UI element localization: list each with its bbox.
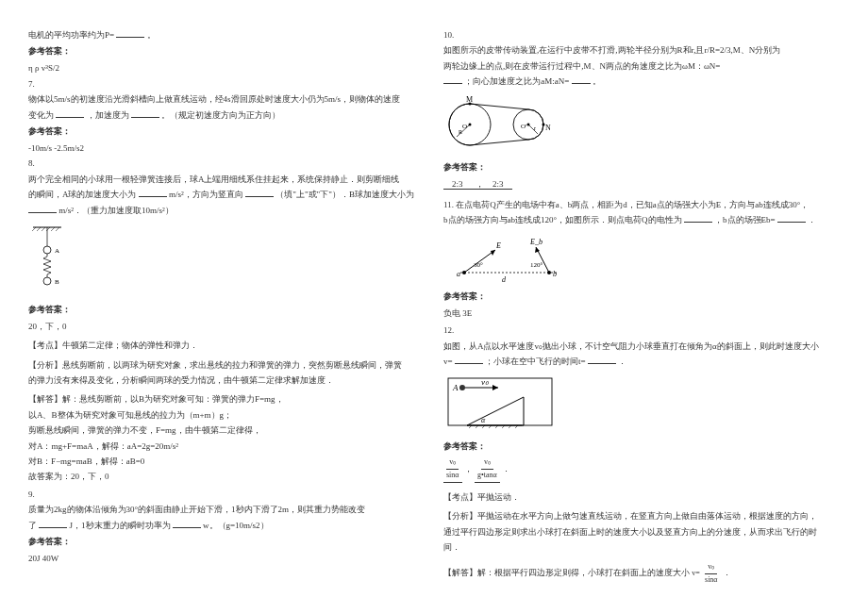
a8-fenxi1: 【分析】悬线剪断前，以两球为研究对象，求出悬线的拉力和弹簧的弹力，突然剪断悬线瞬…	[28, 358, 425, 372]
q12-num: 12.	[443, 324, 840, 337]
f12-2: 通过平行四边形定则求出小球打在斜面上时的速度大小以及竖直方向上的分速度，从而求出…	[443, 525, 840, 539]
q8-t2b: m/s²，方向为竖直向	[169, 190, 243, 199]
q9-num: 9.	[28, 488, 425, 501]
q11-t2c: ．	[808, 215, 816, 224]
svg-text:B: B	[55, 278, 59, 286]
blank	[56, 108, 84, 118]
svg-point-8	[43, 246, 51, 254]
answer-label: 参考答案：	[28, 125, 425, 138]
frac-num: v₀	[705, 561, 717, 574]
answer-label: 参考答案：	[28, 304, 425, 316]
a8: 20，下，0	[28, 320, 425, 333]
s12-t1: 【解答】解：根据平行四边形定则得，小球打在斜面上的速度大小	[443, 569, 690, 578]
answer-label: 参考答案：	[443, 290, 840, 303]
a10: 2:3 ， 2:3	[443, 177, 840, 191]
q9-line2: 了 J，1秒末重力的瞬时功率为 w。（g=10m/s2）	[28, 519, 425, 532]
svg-line-2	[37, 227, 41, 231]
blank	[455, 355, 483, 364]
answer-label: 参考答案：	[28, 45, 425, 58]
frac-den: sinα	[702, 574, 721, 587]
svg-text:N: N	[545, 124, 551, 132]
blank	[245, 188, 274, 197]
q10-line3: ；向心加速度之比为aM:aN= 。	[443, 75, 840, 88]
svg-point-24	[469, 102, 472, 105]
q9-t2c: w。（g=10m/s2）	[203, 521, 269, 530]
blank	[684, 213, 712, 223]
blank	[116, 28, 144, 38]
svg-text:a: a	[457, 270, 460, 278]
q12-t2b: ；小球在空中飞行的时间t=	[485, 357, 586, 366]
q7-t4: 。（规定初速度方向为正方向）	[161, 110, 280, 120]
blank	[588, 355, 616, 364]
a7: -10m/s -2.5m/s2	[28, 141, 425, 155]
k12: 【考点】平抛运动．	[443, 490, 840, 504]
svg-line-5	[51, 227, 55, 231]
a12-frac2: v₀ g•tanα	[475, 456, 500, 483]
frac-num: v₀	[446, 456, 459, 470]
blank	[39, 519, 67, 528]
a8-fenxi2: 的弹力没有来得及变化，分析瞬间两球的受力情况，由牛顿第二定律求解加速度．	[28, 373, 425, 387]
q8-num: 8.	[28, 157, 425, 170]
blank	[777, 213, 806, 223]
svg-text:α: α	[481, 416, 486, 424]
f12-1: 【分析】平抛运动在水平方向上做匀速直线运动，在竖直方向上做自由落体运动，根据速度…	[443, 509, 840, 523]
q9-t2: 了	[28, 521, 37, 530]
q11-figure: a b d E 30° E_b 120°	[443, 233, 840, 285]
a11: 负电 3E	[443, 307, 840, 320]
blank	[572, 75, 591, 84]
a12-sep: ，	[464, 464, 473, 473]
a8-kaodian: 【考点】牛顿第二定律；物体的弹性和弹力．	[28, 339, 425, 352]
svg-text:E: E	[495, 241, 501, 250]
a12-end: ．	[502, 464, 510, 473]
svg-marker-37	[535, 247, 540, 253]
blank	[28, 204, 57, 213]
q12-figure: A v₀ α	[443, 373, 840, 435]
q11-line2: b点的场强方向与ab连线成120°，如图所示．则点电荷Q的电性为 ，b点的场强E…	[443, 213, 840, 226]
q9-line1: 质量为2kg的物体沿倾角为30°的斜面由静止开始下滑，1秒内下滑了2m，则其重力…	[28, 503, 425, 516]
svg-point-42	[459, 385, 465, 390]
q10-line1: 如图所示的皮带传动装置,在运行中皮带不打滑,两轮半径分别为R和r,且r/R=2/…	[443, 43, 840, 57]
q11-t2: b点的场强方向与ab连线成120°，如图所示．则点电荷Q的电性为	[443, 215, 682, 224]
q6-end: 。	[147, 30, 156, 40]
q12-t2: v=	[443, 357, 453, 366]
q11-t2b: ，b点的场强Eb=	[714, 215, 776, 224]
a12-frac1: v₀ sinα	[443, 456, 462, 483]
svg-line-3	[42, 227, 45, 231]
q8-line1: 两个完全相同的小球用一根轻弹簧连接后，球A上端用细线系住挂起来，系统保持静止．则…	[28, 173, 425, 186]
a8-jie3: 剪断悬线瞬间，弹簧的弹力不变，F=mg，由牛顿第二定律得，	[28, 423, 425, 437]
svg-text:d: d	[502, 275, 507, 284]
q10-t3b: 。	[593, 76, 601, 86]
blank	[173, 519, 201, 528]
q8-figure: A B	[28, 223, 425, 298]
q8-t3: m/s²．（重力加速度取10m/s²）	[58, 206, 173, 215]
q7-line2: 变化为 ，加速度为 。（规定初速度方向为正方向）	[28, 108, 425, 122]
s12: 【解答】解：根据平行四边形定则得，小球打在斜面上的速度大小 v= v₀ sinα…	[443, 561, 840, 587]
q7-line1: 物体以5m/s的初速度沿光滑斜槽向上做直线运动，经4s滑回原处时速度大小仍为5m…	[28, 92, 425, 106]
q10-figure: O O' R r M N	[443, 94, 840, 156]
q7-num: 7.	[28, 77, 425, 91]
q12-line2: v= ；小球在空中飞行的时间t= ．	[443, 355, 840, 368]
blank	[139, 188, 167, 197]
svg-text:A: A	[452, 383, 459, 392]
right-column: 10. 如图所示的皮带传动装置,在运行中皮带不打滑,两轮半径分别为R和r,且r/…	[434, 28, 849, 586]
q8-t2: 的瞬间，A球的加速度大小为	[28, 190, 137, 199]
q8-line3: m/s²．（重力加速度取10m/s²）	[28, 204, 425, 217]
frac-num: v₀	[481, 456, 493, 470]
s12-t2: ．	[723, 569, 731, 578]
answer-label: 参考答案：	[443, 161, 840, 174]
blank	[131, 108, 159, 118]
answer-label: 参考答案：	[28, 536, 425, 548]
q9-t2b: J，1秒末重力的瞬时功率为	[70, 521, 171, 530]
a12: v₀ sinα ， v₀ g•tanα ．	[443, 456, 840, 483]
svg-text:b: b	[553, 270, 557, 278]
a8-jie4: 对A：mg+F=maA，解得：aA=2g=20m/s²	[28, 440, 425, 453]
a6: η ρ v³S/2	[28, 61, 425, 75]
svg-line-4	[46, 227, 50, 231]
a10-text: 2:3 ， 2:3	[443, 179, 512, 190]
svg-line-6	[56, 227, 59, 231]
svg-text:R: R	[459, 129, 462, 135]
q7-t3: ，加速度为	[87, 110, 129, 120]
q10-num: 10.	[443, 28, 840, 41]
f12-3: 间．	[443, 540, 840, 554]
a8-jie2: 以A、B整体为研究对象可知悬线的拉力为（m+m）g；	[28, 408, 425, 422]
